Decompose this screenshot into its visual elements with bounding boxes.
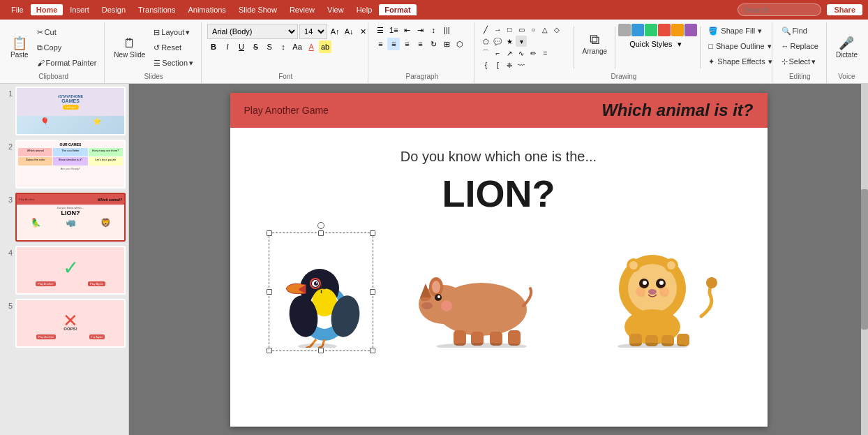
- clear-format-button[interactable]: ✕: [357, 25, 369, 38]
- section-button[interactable]: ☰ Section ▾: [150, 56, 197, 70]
- align-center-button[interactable]: ≡: [387, 38, 400, 50]
- handle-bl[interactable]: [267, 348, 272, 353]
- font-family-select[interactable]: Arial (Body): [207, 24, 298, 39]
- columns-button[interactable]: |||: [440, 24, 453, 36]
- menu-insert[interactable]: Insert: [64, 4, 95, 15]
- menu-transitions[interactable]: Transitions: [133, 4, 181, 15]
- qs-cell-3[interactable]: [645, 24, 657, 36]
- menu-view[interactable]: View: [322, 4, 350, 15]
- underline-button[interactable]: U: [235, 40, 248, 53]
- copy-button[interactable]: ⧉ Copy: [33, 40, 100, 54]
- find-button[interactable]: 🔍 Find: [778, 24, 822, 38]
- font-size-select[interactable]: 14: [299, 24, 327, 39]
- qs-cell-1[interactable]: [618, 24, 631, 36]
- shape-curve-button[interactable]: ∿: [516, 47, 527, 59]
- shape-triangle-button[interactable]: △: [539, 24, 551, 35]
- slide-2[interactable]: OUR GAMES Which animal The cool letter H…: [15, 140, 126, 189]
- slide-1[interactable]: #STAYATHOME GAMES Let's go! 🎈 ⭐: [15, 87, 126, 135]
- shape-pentagon-button[interactable]: ⬠: [480, 36, 491, 47]
- arrange-button[interactable]: ⧉ Arrange: [577, 24, 612, 63]
- format-painter-button[interactable]: 🖌 Format Painter: [33, 56, 100, 70]
- handle-br[interactable]: [370, 348, 375, 353]
- search-input[interactable]: [738, 3, 821, 16]
- smart-art-button[interactable]: ⊞: [440, 38, 453, 50]
- qs-cell-5[interactable]: [671, 24, 684, 36]
- cut-button[interactable]: ✂ Cut: [33, 25, 100, 39]
- rhino-container[interactable]: [412, 243, 544, 348]
- shape-star-button[interactable]: ★: [504, 36, 515, 47]
- shape-arrow-button[interactable]: →: [492, 24, 503, 35]
- qs-cell-6[interactable]: [684, 24, 697, 36]
- shape-diamond-button[interactable]: ◇: [551, 24, 562, 35]
- handle-ml[interactable]: [267, 289, 272, 295]
- shape-round-rect-button[interactable]: ▭: [516, 24, 527, 35]
- shape-wave-button[interactable]: 〰: [516, 59, 527, 71]
- font-size-increase-button[interactable]: A↑: [329, 25, 341, 38]
- menu-review[interactable]: Review: [284, 4, 320, 15]
- slide-4[interactable]: ✓ Play Another Play Again: [15, 246, 126, 295]
- shape-callout-button[interactable]: 💬: [492, 36, 503, 47]
- italic-button[interactable]: I: [221, 40, 234, 53]
- slide-panel[interactable]: 1 #STAYATHOME GAMES Let's go! 🎈 ⭐ 2: [0, 84, 129, 435]
- shape-deco-button[interactable]: ❈: [504, 59, 515, 71]
- layout-button[interactable]: ⊟ Layout ▾: [150, 25, 197, 39]
- toucan-container[interactable]: ⊹: [272, 236, 370, 348]
- shape-effects-button[interactable]: ✦ Shape Effects ▾: [703, 54, 777, 68]
- shape-oval-button[interactable]: ○: [527, 24, 539, 35]
- reset-button[interactable]: ↺ Reset: [150, 40, 197, 54]
- slide-5[interactable]: ✕ OOPS! Play Another Try Again: [15, 299, 126, 348]
- handle-tr[interactable]: [370, 230, 375, 236]
- shape-rect-button[interactable]: □: [504, 24, 515, 35]
- menu-file[interactable]: File: [6, 4, 29, 15]
- shape-bent-button[interactable]: ⌐: [492, 47, 503, 59]
- shape-bracket-button[interactable]: [: [492, 59, 503, 71]
- handle-bm[interactable]: [318, 348, 324, 353]
- text-direction-button[interactable]: ↻: [427, 38, 440, 50]
- handle-tl[interactable]: [267, 230, 272, 236]
- numbering-button[interactable]: 1≡: [387, 24, 400, 36]
- convert-to-smartart[interactable]: ⬡: [454, 38, 466, 50]
- dictate-button[interactable]: 🎤 Dictate: [832, 28, 861, 67]
- highlight-button[interactable]: ab: [319, 40, 331, 53]
- shape-outline-button[interactable]: □ Shape Outline ▾: [703, 39, 777, 53]
- scrollbar[interactable]: [861, 84, 868, 435]
- shape-line-button[interactable]: ╱: [480, 24, 491, 35]
- lion-container[interactable]: [586, 236, 726, 348]
- case-button[interactable]: Aa: [291, 40, 304, 53]
- shape-more-button[interactable]: ▾: [516, 36, 527, 47]
- spacing-button[interactable]: ↕: [277, 40, 290, 53]
- menu-help[interactable]: Help: [351, 4, 378, 15]
- align-right-button[interactable]: ≡: [401, 38, 413, 50]
- replace-button[interactable]: ↔ Replace: [778, 39, 822, 53]
- shape-equation-button[interactable]: =: [539, 47, 551, 59]
- bold-button[interactable]: B: [207, 40, 220, 53]
- menu-format[interactable]: Format: [379, 4, 416, 15]
- shadow-button[interactable]: S: [263, 40, 276, 53]
- justify-button[interactable]: ≡: [414, 38, 426, 50]
- qs-cell-4[interactable]: [658, 24, 671, 36]
- increase-indent-button[interactable]: ⇥: [414, 24, 426, 36]
- select-button[interactable]: ⊹ Select ▾: [778, 54, 822, 68]
- rotate-handle[interactable]: [317, 222, 324, 229]
- menu-design[interactable]: Design: [96, 4, 131, 15]
- bullets-button[interactable]: ☰: [374, 24, 387, 36]
- font-color-button[interactable]: A: [305, 40, 317, 53]
- align-left-button[interactable]: ≡: [374, 38, 387, 50]
- menu-animations[interactable]: Animations: [182, 4, 231, 15]
- line-spacing-button[interactable]: ↕: [427, 24, 440, 36]
- menu-slideshow[interactable]: Slide Show: [233, 4, 283, 15]
- shape-curly-button[interactable]: {: [480, 59, 491, 71]
- share-button[interactable]: Share: [827, 4, 862, 15]
- handle-tm[interactable]: [318, 230, 324, 236]
- quick-styles-dropdown[interactable]: ▾: [673, 38, 686, 50]
- shape-fill-button[interactable]: 🪣 Shape Fill ▾: [703, 24, 777, 38]
- handle-mr[interactable]: [370, 289, 375, 295]
- strikethrough-button[interactable]: S̶: [249, 40, 262, 53]
- font-size-decrease-button[interactable]: A↓: [343, 25, 355, 38]
- shape-free-button[interactable]: ⌒: [480, 47, 491, 59]
- scroll-thumb[interactable]: [861, 189, 868, 330]
- paste-button[interactable]: 📋 Paste: [7, 28, 32, 67]
- menu-home[interactable]: Home: [31, 4, 63, 15]
- new-slide-button[interactable]: 🗒 New Slide: [110, 28, 149, 67]
- shape-connector-button[interactable]: ↗: [504, 47, 515, 59]
